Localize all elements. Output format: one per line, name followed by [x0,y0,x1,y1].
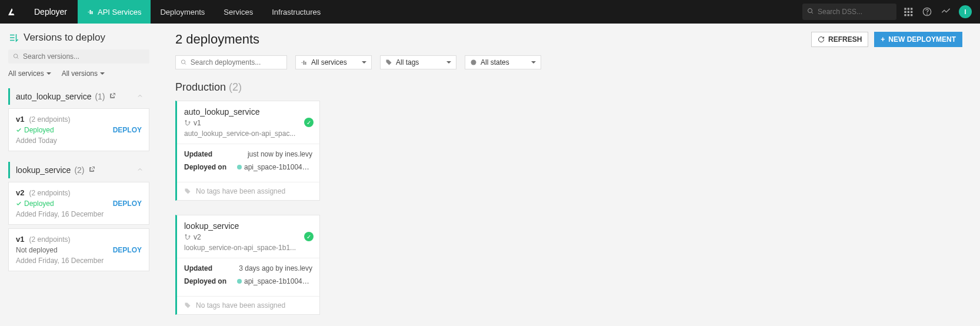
deployed-on-label: Deployed on [184,163,231,171]
service-count: (1) [95,92,105,101]
deploy-button[interactable]: DEPLOY [113,246,142,254]
filter-states[interactable]: All states [465,55,541,69]
tag-icon [385,59,392,66]
endpoints-label: (2 endpoints) [29,235,70,244]
deployment-card[interactable]: lookup_service v2 lookup_service-on-api_… [175,215,320,315]
added-label: Added Friday, 16 December [16,257,142,265]
deployed-on-value: api_space-1b10045b-int2... [237,163,312,171]
service-name: auto_lookup_service [16,92,91,101]
svg-rect-10 [911,14,912,16]
deployment-version: v1 [184,119,312,127]
nav-tab-deployments[interactable]: Deployments [151,0,214,24]
new-deployment-button[interactable]: + NEW DEPLOYMENT [874,32,962,47]
status-ok-icon: ✓ [304,232,314,241]
svg-point-13 [14,54,17,58]
sidebar-search[interactable] [8,49,149,64]
version-card[interactable]: v1(2 endpoints) Deployed Added Today DEP… [8,108,149,151]
svg-rect-3 [908,8,909,9]
svg-rect-2 [904,8,906,9]
app-logo[interactable] [0,0,24,24]
svg-rect-5 [904,11,906,13]
search-icon [13,53,19,60]
deployment-id: lookup_service-on-api_space-1b1... [184,244,312,252]
updated-label: Updated [184,264,231,272]
updated-value: just now by ines.levy [237,150,312,158]
svg-line-14 [17,57,18,58]
added-label: Added Friday, 16 December [16,210,142,218]
version-label: v1 [16,115,24,124]
external-link-icon[interactable] [88,165,95,175]
refresh-button[interactable]: REFRESH [811,32,868,47]
svg-point-12 [927,14,928,15]
caret-down-icon [100,72,105,75]
deployment-card[interactable]: auto_lookup_service v1 auto_lookup_servi… [175,101,320,201]
global-search-input[interactable] [818,8,892,16]
endpoints-label: (2 endpoints) [29,189,70,197]
service-header[interactable]: lookup_service (2) [8,162,149,178]
svg-rect-9 [908,14,909,16]
activity-icon[interactable] [940,6,952,18]
filter-services[interactable]: All services [295,55,372,69]
deployment-id: auto_lookup_service-on-api_spac... [184,129,312,138]
deployments-search[interactable] [175,55,287,69]
apps-icon[interactable] [902,6,914,18]
service-icon [301,59,308,66]
deployments-search-input[interactable] [191,58,282,66]
svg-line-16 [185,63,186,64]
nav-tab-services[interactable]: Services [214,0,262,24]
deploy-button[interactable]: DEPLOY [113,126,142,134]
version-card[interactable]: v2(2 endpoints) Deployed Added Friday, 1… [8,182,149,225]
refresh-icon [818,36,825,43]
sidebar: Versions to deploy All services All vers… [0,24,158,326]
versions-icon [8,32,19,43]
nav-tab-api-services[interactable]: API Services [78,0,151,24]
service-header[interactable]: auto_lookup_service (1) [8,88,149,105]
branch-icon [184,234,191,241]
sidebar-search-input[interactable] [23,52,145,61]
branch-icon [184,119,191,127]
help-icon[interactable] [921,6,933,18]
svg-rect-7 [911,11,912,13]
svg-rect-6 [908,11,909,13]
updated-value: 3 days ago by ines.levy [237,264,312,272]
sidebar-title: Versions to deploy [8,32,149,44]
brand-label[interactable]: Deployer [24,7,78,16]
version-label: v2 [16,188,24,197]
svg-point-17 [471,60,476,65]
svg-point-15 [181,60,185,64]
deployed-on-value: api_space-1b10045b-int2... [237,277,312,285]
service-count: (2) [74,165,84,175]
chevron-up-icon[interactable] [133,92,144,101]
deployed-on-label: Deployed on [184,277,231,285]
top-nav: Deployer API Services Deployments Servic… [0,0,980,24]
api-icon [87,8,94,15]
version-label: v1 [16,235,24,244]
service-name: lookup_service [16,165,71,175]
svg-point-0 [808,8,812,12]
deployment-name: lookup_service [184,221,312,231]
svg-rect-4 [911,8,912,9]
caret-down-icon [531,61,536,64]
external-link-icon[interactable] [109,92,116,101]
deployment-version: v2 [184,233,312,241]
tags-label: No tags have been assigned [196,187,285,195]
sidebar-filter-versions[interactable]: All versions [62,69,105,78]
deployment-name: auto_lookup_service [184,107,312,117]
svg-line-1 [812,12,814,14]
filter-tags[interactable]: All tags [380,55,456,69]
caret-down-icon [362,61,366,64]
chevron-up-icon[interactable] [133,166,144,175]
nav-tab-infrastructures[interactable]: Infrastructures [262,0,330,24]
caret-down-icon [446,61,451,64]
updated-label: Updated [184,150,231,158]
sidebar-filter-services[interactable]: All services [8,69,51,78]
deploy-button[interactable]: DEPLOY [113,199,142,208]
endpoints-label: (2 endpoints) [29,115,70,124]
version-card[interactable]: v1(2 endpoints) Not deployed Added Frida… [8,228,149,271]
added-label: Added Today [16,137,142,145]
search-icon [181,59,187,66]
section-title: Production (2) [175,81,962,94]
user-avatar[interactable]: I [959,5,972,18]
global-search[interactable] [802,4,896,20]
plus-icon: + [881,35,885,44]
